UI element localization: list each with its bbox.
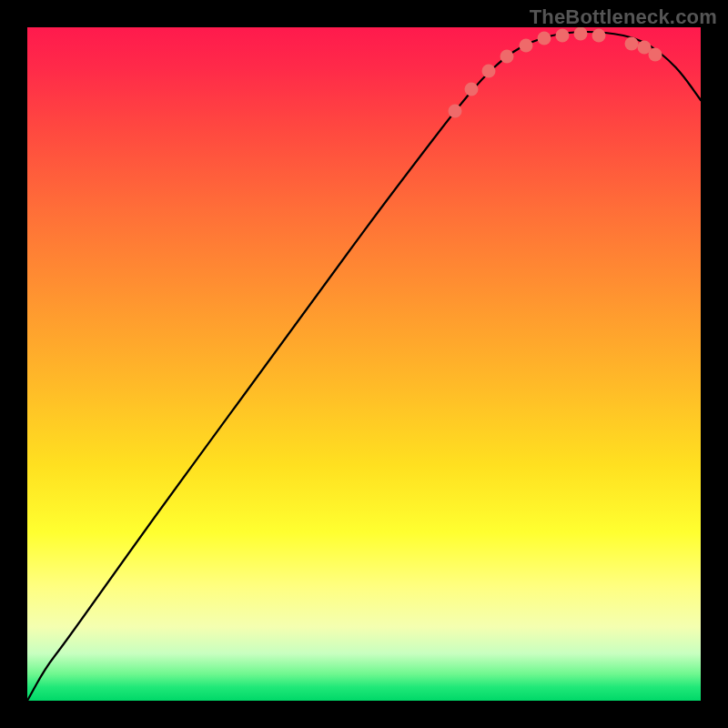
curve-marker <box>465 83 479 96</box>
bottleneck-curve <box>27 32 701 701</box>
curve-marker <box>625 37 639 51</box>
curve-layer <box>27 27 701 701</box>
curve-marker <box>449 105 462 118</box>
curve-marker <box>482 65 496 78</box>
chart-frame: TheBottleneck.com <box>0 0 728 728</box>
curve-marker <box>556 29 570 43</box>
curve-marker <box>500 50 514 64</box>
attribution-watermark: TheBottleneck.com <box>530 5 717 29</box>
plot-area <box>27 27 701 701</box>
curve-marker <box>538 32 551 46</box>
curve-marker <box>574 27 588 41</box>
curve-marker <box>649 48 662 62</box>
curve-markers <box>449 27 662 118</box>
curve-marker <box>592 29 606 43</box>
curve-marker <box>520 39 533 53</box>
